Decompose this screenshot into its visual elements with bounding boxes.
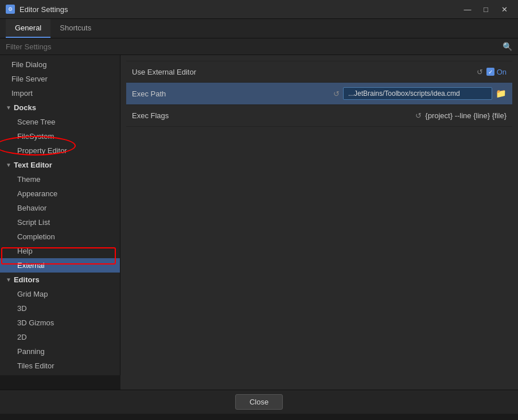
folder-browse-icon[interactable]: 📁	[496, 88, 507, 99]
editors-label: Editors	[14, 275, 40, 284]
docks-label: Docks	[14, 103, 36, 112]
title-bar: ⚙ Editor Settings — □ ✕	[0, 0, 518, 19]
tab-shortcuts[interactable]: Shortcuts	[50, 19, 100, 38]
exec-flags-label: Exec Flags	[132, 111, 415, 120]
sidebar-item-3d[interactable]: 3D	[0, 301, 120, 316]
window-controls: — □ ✕	[459, 3, 512, 15]
tabs-bar: General Shortcuts	[0, 19, 518, 38]
sidebar-item-file-server[interactable]: File Server	[0, 72, 120, 86]
sidebar-item-file-dialog[interactable]: File Dialog	[0, 57, 120, 72]
sidebar-item-grid-map[interactable]: Grid Map	[0, 287, 120, 301]
exec-flags-controls: ↺ {project} --line {line} {file}	[415, 111, 507, 120]
sidebar-item-scene-tree[interactable]: Scene Tree	[0, 115, 120, 129]
sidebar-item-2d[interactable]: 2D	[0, 330, 120, 344]
exec-path-input[interactable]	[343, 87, 492, 100]
use-external-editor-label: Use External Editor	[132, 68, 477, 76]
sidebar-item-appearance[interactable]: Appearance	[0, 186, 120, 201]
sidebar-group-docks[interactable]: ▼ Docks	[0, 100, 120, 115]
exec-flags-value: {project} --line {line} {file}	[425, 111, 507, 120]
exec-path-label: Exec Path	[132, 90, 333, 98]
sidebar-item-property-editor[interactable]: Property Editor	[0, 143, 120, 158]
text-editor-arrow: ▼	[6, 162, 11, 168]
filter-input[interactable]	[6, 42, 503, 51]
docks-arrow: ▼	[6, 104, 11, 111]
sidebar-group-text-editor[interactable]: ▼ Text Editor	[0, 158, 120, 172]
window-title: Editor Settings	[20, 5, 68, 14]
checkbox-checked-icon: ✓	[486, 68, 494, 76]
use-external-editor-reset-icon[interactable]: ↺	[477, 68, 483, 76]
sidebar-item-script-list[interactable]: Script List	[0, 215, 120, 230]
sidebar-item-tiles-editor[interactable]: Tiles Editor	[0, 359, 120, 373]
bottom-bar: Close	[0, 390, 518, 414]
settings-row-exec-path: Exec Path ↺ 📁	[126, 83, 512, 105]
sidebar-item-import[interactable]: Import	[0, 86, 120, 100]
settings-row-use-external-editor: Use External Editor ↺ ✓ On	[126, 61, 512, 83]
sidebar-item-3d-gizmos[interactable]: 3D Gizmos	[0, 316, 120, 330]
sidebar-item-theme[interactable]: Theme	[0, 172, 120, 186]
minimize-button[interactable]: —	[459, 3, 476, 15]
sidebar-item-external[interactable]: External	[0, 258, 120, 273]
sidebar-item-help[interactable]: Help	[0, 244, 120, 258]
exec-flags-reset-icon[interactable]: ↺	[415, 111, 422, 120]
use-external-editor-value: On	[497, 68, 507, 76]
sidebar-group-editors[interactable]: ▼ Editors	[0, 273, 120, 287]
maximize-button[interactable]: □	[478, 3, 494, 15]
settings-row-exec-flags: Exec Flags ↺ {project} --line {line} {fi…	[126, 105, 512, 127]
sidebar-item-filesystem[interactable]: FileSystem	[0, 129, 120, 143]
editors-arrow: ▼	[6, 277, 11, 283]
search-icon: 🔍	[503, 42, 512, 51]
window-close-button[interactable]: ✕	[496, 3, 512, 15]
close-button[interactable]: Close	[235, 394, 283, 410]
sidebar-item-completion[interactable]: Completion	[0, 230, 120, 244]
use-external-editor-controls: ↺ ✓ On	[477, 68, 507, 76]
app-icon: ⚙	[6, 5, 15, 14]
content-panel: Use External Editor ↺ ✓ On Exec Path ↺ 📁…	[120, 55, 518, 390]
tab-general[interactable]: General	[6, 19, 50, 38]
text-editor-label: Text Editor	[14, 161, 52, 169]
sidebar-item-panning[interactable]: Panning	[0, 344, 120, 359]
filter-bar: 🔍	[0, 38, 518, 55]
sidebar: File Dialog File Server Import ▼ Docks S…	[0, 55, 120, 375]
sidebar-item-behavior[interactable]: Behavior	[0, 201, 120, 215]
main-content: File Dialog File Server Import ▼ Docks S…	[0, 55, 518, 390]
title-bar-left: ⚙ Editor Settings	[6, 5, 68, 14]
exec-path-reset-icon[interactable]: ↺	[333, 90, 340, 98]
use-external-editor-checkbox[interactable]: ✓ On	[486, 68, 507, 76]
exec-path-controls: ↺ 📁	[333, 87, 507, 100]
